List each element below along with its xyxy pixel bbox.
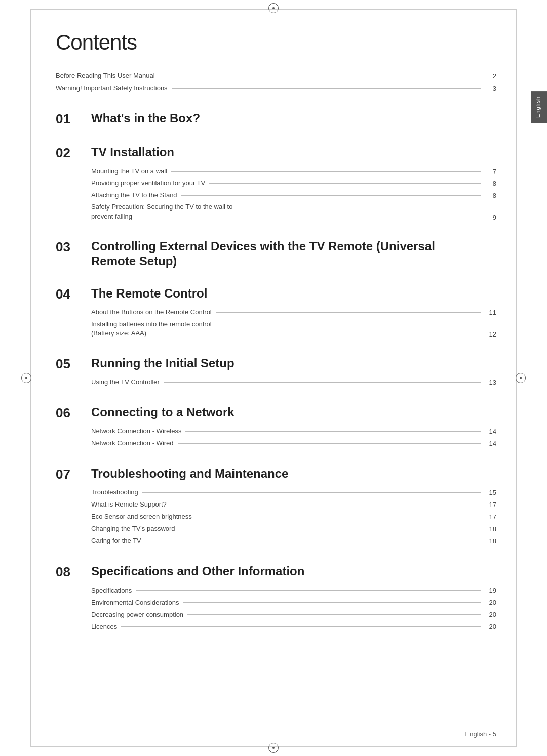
toc-dots: [164, 382, 481, 383]
toc-dots: [237, 221, 481, 221]
toc-page: 8: [485, 192, 496, 199]
toc-page: 17: [485, 513, 496, 521]
section-07: 07 Troubleshooting and Maintenance Troub…: [56, 467, 496, 546]
toc-label: About the Buttons on the Remote Control: [91, 308, 212, 317]
section-04: 04 The Remote Control About the Buttons …: [56, 286, 496, 338]
toc-row: Caring for the TV 18: [91, 536, 496, 546]
section-05-items: Using the TV Controller 13: [91, 377, 496, 387]
section-05-number: 05: [56, 356, 91, 372]
section-08-items: Specifications 19 Environmental Consider…: [91, 585, 496, 632]
toc-row: Attaching the TV to the Stand 8: [91, 190, 496, 200]
section-04-title: The Remote Control: [91, 286, 207, 301]
page-footer: English - 5: [465, 730, 496, 738]
toc-dots: [145, 541, 481, 541]
toc-dots: [181, 195, 481, 196]
toc-label: Installing batteries into the remote con…: [91, 320, 212, 338]
toc-page: 13: [485, 379, 496, 386]
main-content: Contents Before Reading This User Manual…: [56, 30, 496, 650]
section-07-items: Troubleshooting 15 What is Remote Suppor…: [91, 487, 496, 546]
toc-dots: [178, 443, 481, 444]
toc-label: What is Remote Support?: [91, 500, 167, 509]
toc-label: Caring for the TV: [91, 536, 141, 545]
section-04-number: 04: [56, 286, 91, 302]
toc-label: Specifications: [91, 586, 132, 595]
toc-row: Mounting the TV on a wall 7: [91, 166, 496, 176]
toc-page: 14: [485, 428, 496, 435]
toc-page: 20: [485, 599, 496, 606]
section-05-header: 05 Running the Initial Setup: [56, 356, 496, 372]
toc-row: Specifications 19: [91, 585, 496, 596]
section-02: 02 TV Installation Mounting the TV on a …: [56, 145, 496, 221]
toc-row: Troubleshooting 15: [91, 487, 496, 497]
section-02-items: Mounting the TV on a wall 7 Providing pr…: [91, 166, 496, 221]
language-tab: English: [531, 91, 547, 123]
toc-page: 20: [485, 611, 496, 618]
toc-label: Attaching the TV to the Stand: [91, 191, 177, 200]
toc-page: 17: [485, 501, 496, 509]
toc-row: Environmental Considerations 20: [91, 598, 496, 608]
section-05: 05 Running the Initial Setup Using the T…: [56, 356, 496, 387]
toc-row: Network Connection - Wired 14: [91, 438, 496, 448]
section-06-items: Network Connection - Wireless 14 Network…: [91, 426, 496, 448]
toc-page: 18: [485, 537, 496, 545]
toc-page: 7: [485, 167, 496, 175]
section-08-header: 08 Specifications and Other Information: [56, 564, 496, 580]
toc-dots: [179, 529, 481, 529]
toc-row: What is Remote Support? 17: [91, 499, 496, 510]
toc-dots: [216, 338, 481, 338]
toc-label: Providing proper ventilation for your TV: [91, 179, 205, 188]
circle-mark-bottom: [268, 743, 279, 753]
toc-label: Network Connection - Wired: [91, 439, 174, 448]
circle-mark-right: [516, 373, 526, 383]
toc-row: Network Connection - Wireless 14: [91, 426, 496, 436]
section-08-title: Specifications and Other Information: [91, 564, 304, 579]
intro-items: Before Reading This User Manual 2 Warnin…: [56, 71, 496, 93]
section-06-header: 06 Connecting to a Network: [56, 405, 496, 421]
toc-row: Providing proper ventilation for your TV…: [91, 178, 496, 188]
section-02-header: 02 TV Installation: [56, 145, 496, 161]
toc-row: Licences 20: [91, 622, 496, 632]
toc-label: Network Connection - Wireless: [91, 427, 181, 436]
section-03: 03 Controlling External Devices with the…: [56, 239, 496, 269]
toc-row: Changing the TV's password 18: [91, 524, 496, 534]
toc-row: Eco Sensor and screen brightness 17: [91, 512, 496, 522]
section-03-number: 03: [56, 239, 91, 255]
toc-dots: [216, 312, 481, 313]
toc-page: 14: [485, 440, 496, 447]
toc-page: 19: [485, 586, 496, 594]
section-07-number: 07: [56, 467, 91, 482]
toc-row: Warning! Important Safety Instructions 3: [56, 83, 496, 93]
section-01-header: 01 What's in the Box?: [56, 111, 496, 127]
section-08-number: 08: [56, 564, 91, 580]
toc-label: Mounting the TV on a wall: [91, 166, 167, 176]
section-03-header: 03 Controlling External Devices with the…: [56, 239, 496, 269]
circle-mark-left: [21, 373, 31, 383]
toc-dots: [187, 614, 481, 615]
toc-page: 9: [485, 214, 496, 221]
toc-label: Safety Precaution: Securing the TV to th…: [91, 202, 232, 221]
section-02-number: 02: [56, 145, 91, 161]
section-03-title: Controlling External Devices with the TV…: [91, 239, 435, 269]
toc-dots: [196, 517, 481, 517]
toc-row: Before Reading This User Manual 2: [56, 71, 496, 81]
toc-row: About the Buttons on the Remote Control …: [91, 308, 496, 318]
toc-page: 3: [485, 85, 496, 92]
toc-row-multiline: Safety Precaution: Securing the TV to th…: [91, 202, 496, 221]
section-07-title: Troubleshooting and Maintenance: [91, 467, 288, 481]
toc-page: 15: [485, 489, 496, 496]
toc-dots: [136, 590, 481, 591]
section-05-title: Running the Initial Setup: [91, 356, 235, 371]
toc-page: 11: [485, 309, 496, 316]
toc-label: Before Reading This User Manual: [56, 71, 155, 80]
page-title: Contents: [56, 30, 496, 55]
section-06-number: 06: [56, 405, 91, 421]
section-01-title: What's in the Box?: [91, 111, 200, 126]
toc-label: Changing the TV's password: [91, 524, 175, 533]
toc-row: Decreasing power consumption 20: [91, 610, 496, 620]
toc-label: Licences: [91, 622, 117, 632]
toc-label: Troubleshooting: [91, 488, 138, 497]
section-08: 08 Specifications and Other Information …: [56, 564, 496, 632]
toc-page: 12: [485, 330, 496, 338]
toc-dots: [183, 602, 481, 603]
toc-label: Environmental Considerations: [91, 598, 179, 607]
